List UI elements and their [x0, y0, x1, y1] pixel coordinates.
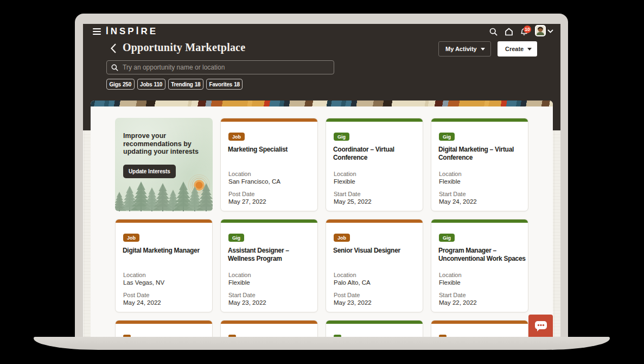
hamburger-menu-icon[interactable] [93, 28, 101, 35]
date-value: May 27, 2022 [228, 198, 312, 205]
location-value: Las Vegas, NV [123, 279, 207, 286]
card-meta: Location Flexible Start Date May 22, 202… [439, 272, 522, 312]
card-type-badge: Job [228, 133, 245, 141]
date-label: Start Date [439, 292, 522, 299]
card-type-badge: Gig [439, 133, 455, 141]
card-type-badge [123, 335, 131, 337]
card-title: Digital Marketing Manager [123, 247, 211, 255]
date-value: May 24, 2022 [123, 299, 207, 306]
location-value: Flexible [228, 279, 312, 286]
location-value: Palo Alto, CA [334, 279, 417, 286]
opportunity-card-coordinator-virtual-conference[interactable]: Gig Coordinator – Virtual Conference Loc… [326, 118, 423, 211]
opportunity-card-cutoff[interactable] [115, 320, 213, 337]
laptop-bezel: İNSPİRE 10 [75, 14, 568, 337]
search-input[interactable] [123, 64, 329, 71]
search-input-icon [111, 64, 118, 71]
date-label: Start Date [439, 191, 522, 198]
filter-chips: Gigs 250 Jobs 110 Trending 18 Favorites … [106, 79, 243, 90]
chat-bubble-icon [534, 320, 547, 332]
opportunity-card-cutoff[interactable] [431, 320, 528, 337]
chip-count: 18 [234, 81, 240, 87]
opportunity-card-grid: Improve your recommendations by updating… [91, 106, 553, 337]
location-label: Location [123, 272, 207, 279]
location-label: Location [439, 171, 522, 178]
location-label: Location [228, 272, 312, 279]
chip-count: 18 [195, 81, 201, 87]
date-value: May 24, 2022 [439, 198, 522, 205]
card-meta: Location San Francisco, CA Post Date May… [228, 171, 312, 211]
card-accent-bar [326, 118, 423, 122]
opportunity-card-digital-marketing-manager[interactable]: Job Digital Marketing Manager Location L… [115, 219, 213, 312]
chip-label: Favorites [209, 81, 232, 87]
my-activity-button[interactable]: My Activity [438, 41, 491, 57]
caret-down-icon [527, 48, 532, 51]
card-accent-bar [116, 219, 212, 223]
card-accent-bar [326, 321, 423, 324]
card-accent-bar [221, 118, 317, 122]
notification-count-badge: 10 [524, 26, 531, 33]
date-value: May 23, 2022 [228, 299, 312, 306]
card-type-badge: Job [123, 234, 139, 242]
filter-chip-trending[interactable]: Trending 18 [168, 79, 203, 90]
card-meta: Location Flexible Start Date May 25, 202… [334, 171, 417, 211]
opportunity-card-digital-marketing-virtual-conference[interactable]: Gig Digital Marketing – Virtual Conferen… [431, 118, 528, 211]
opportunity-card-marketing-specialist[interactable]: Job Marketing Specialist Location San Fr… [220, 118, 318, 211]
location-label: Location [439, 272, 522, 279]
opportunity-card-senior-visual-designer[interactable]: Job Senior Visual Designer Location Palo… [326, 219, 423, 312]
opportunity-card-cutoff[interactable] [326, 320, 423, 337]
filter-chip-gigs[interactable]: Gigs 250 [106, 79, 135, 90]
chip-count: 110 [154, 81, 163, 87]
date-label: Post Date [334, 292, 417, 299]
card-type-badge [334, 335, 341, 337]
recommendations-promo-card: Improve your recommendations by updating… [115, 118, 213, 211]
filter-chip-jobs[interactable]: Jobs 110 [137, 79, 165, 90]
card-meta: Location Flexible Start Date May 24, 202… [439, 171, 522, 211]
location-label: Location [228, 171, 312, 178]
card-meta: Location Palo Alto, CA Post Date May 23,… [334, 272, 417, 312]
pine-trees-illustration [115, 177, 213, 211]
location-value: Flexible [439, 279, 522, 286]
card-meta: Location Las Vegas, NV Post Date May 24,… [123, 272, 207, 312]
opportunity-card-program-manager-unconventional-work-spaces[interactable]: Gig Program Manager – Unconventional Wor… [431, 219, 528, 312]
app-logo: İNSPİRE [106, 26, 158, 37]
chip-label: Gigs [110, 81, 121, 87]
chat-button[interactable] [528, 315, 553, 337]
card-type-badge: Job [334, 234, 350, 242]
card-meta: Location Flexible Start Date May 23, 202… [228, 272, 312, 312]
opportunity-card-assistant-designer-wellness-program[interactable]: Gig Assistant Designer – Wellness Progra… [220, 219, 318, 312]
create-button[interactable]: Create [498, 41, 537, 57]
page-background: İNSPİRE 10 [0, 0, 644, 364]
caret-down-icon [481, 48, 485, 51]
card-accent-bar [116, 321, 212, 324]
date-label: Start Date [228, 292, 312, 299]
card-type-badge: Gig [439, 234, 455, 242]
location-label: Location [334, 171, 417, 178]
chip-count: 250 [123, 81, 131, 87]
create-label: Create [505, 46, 524, 52]
home-icon[interactable] [505, 28, 513, 36]
location-value: San Francisco, CA [228, 178, 312, 185]
content-panel: Improve your recommendations by updating… [91, 101, 553, 337]
date-label: Start Date [334, 191, 417, 198]
card-title: Senior Visual Designer [333, 247, 422, 255]
card-accent-bar [221, 219, 317, 223]
date-value: May 23, 2022 [334, 299, 417, 306]
opportunity-card-cutoff[interactable] [220, 320, 318, 337]
card-accent-bar [326, 219, 423, 223]
filter-chip-favorites[interactable]: Favorites 18 [206, 79, 243, 90]
card-accent-bar [431, 321, 528, 324]
decorative-banner [91, 101, 553, 106]
card-title: Assistant Designer – Wellness Program [228, 247, 316, 263]
back-button[interactable] [110, 43, 117, 53]
card-accent-bar [221, 321, 317, 324]
chip-label: Jobs [140, 81, 152, 87]
location-value: Flexible [334, 178, 417, 185]
my-activity-label: My Activity [445, 46, 477, 52]
laptop-base [34, 337, 610, 350]
search-icon[interactable] [489, 28, 498, 36]
promo-message: Improve your recommendations by updating… [123, 132, 205, 156]
avatar[interactable] [535, 25, 546, 36]
profile-chevron-down-icon[interactable] [547, 29, 553, 33]
date-label: Post Date [123, 292, 207, 299]
card-type-badge: Gig [334, 133, 349, 141]
